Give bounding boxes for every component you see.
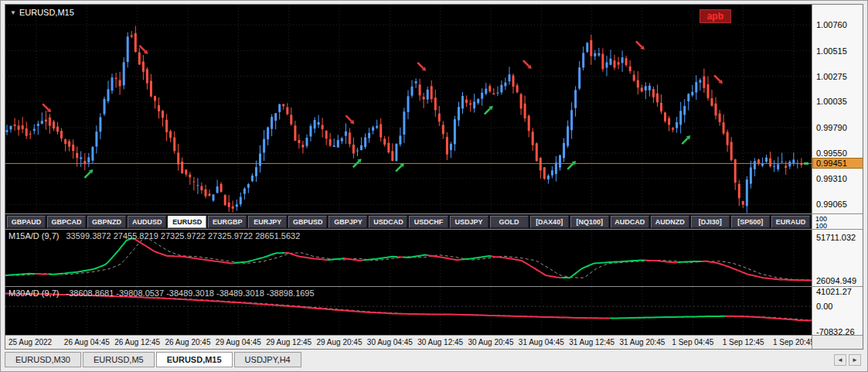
price-tick: 0.99065 [816,200,847,209]
symbol-button[interactable]: USDCHF [409,216,448,228]
indicator1-scale[interactable]: 51711.03226094.949 [812,230,863,286]
time-label: 26 Aug 12:45 [114,338,160,346]
time-label: 1 Sep 12:45 [723,338,764,346]
chart-symbol-label[interactable]: ▼ EURUSD,M15 [10,8,74,17]
price-tick: 0.99790 [816,123,847,132]
time-label: 30 Aug 04:45 [367,338,413,346]
indicator-scale-tick: 0.00 [816,302,832,311]
symbol-button[interactable]: EURUSD [168,216,206,228]
chart-tab[interactable]: EURUSD,M30 [5,352,81,367]
time-label: 31 Aug 04:45 [519,338,564,346]
indicator-scale-tick: 51711.032 [816,233,856,242]
symbol-button[interactable]: EURGBP [208,216,247,228]
price-tick: 1.00275 [816,72,847,81]
main-chart-row: ▼ EURUSD,M15 apb 1.007601.005151.002751.… [5,5,863,213]
price-tick: 1.00515 [816,46,847,56]
symbol-button[interactable]: AUDCAD [611,216,649,228]
symbol-row-scale-value: 100 [815,223,827,229]
tabs-scroll-right-button[interactable]: ► [849,354,861,366]
time-label: 1 Sep 20:45 [773,338,812,346]
symbol-button[interactable]: GBPNZD [87,216,126,228]
time-axis[interactable]: 25 Aug 202226 Aug 04:4526 Aug 12:4526 Au… [5,336,812,349]
symbol-button[interactable]: [SP500] [731,216,770,228]
price-tick: 0.99550 [816,148,847,158]
symbol-button[interactable]: AUDNZD [651,216,689,228]
tab-scroll-controls: ◄ ► [834,354,863,366]
indicator-scale-tick: -70832.26 [816,327,855,335]
symbol-button[interactable]: USDCAD [369,216,407,228]
symbol-button[interactable]: USDJPY [450,216,488,228]
indicator-panel-1: M15A/D (9,7) 33599.3872 27455.8219 27325… [5,229,863,286]
indicator-scale-tick: 41021.27 [816,287,852,296]
indicator1-values: 33599.3872 27455.8219 27325.9722 27325.9… [66,231,300,241]
time-label: 1 Sep 04:45 [672,338,713,346]
time-label: 25 Aug 2022 [9,338,52,346]
indicator2-name: M30A/D (9,7) [9,288,59,298]
symbol-button-row: GBPAUDGBPCADGBPNZDAUDUSDEURUSDEURGBPEURJ… [5,213,863,229]
indicator2-scale[interactable]: 41021.270.00-70832.26 [812,287,863,335]
symbol-button[interactable]: [DAX40] [530,216,569,228]
time-label: 29 Aug 04:45 [216,338,261,346]
chart-tabs: EURUSD,M30EURUSD,M5EURUSD,M15USDJPY,H4 [5,352,303,367]
symbol-button[interactable]: GBPAUD [7,216,46,228]
chart-tab[interactable]: EURUSD,M5 [83,352,155,367]
symbol-button[interactable]: EURJPY [248,216,287,228]
indicator1-name: M15A/D (9,7) [9,231,59,241]
time-label: 31 Aug 20:45 [619,338,665,346]
price-chart-area[interactable]: ▼ EURUSD,M15 apb [5,5,812,213]
time-label: 26 Aug 20:45 [165,338,211,346]
indicator1-label: M15A/D (9,7) 33599.3872 27455.8219 27325… [9,231,300,241]
chart-block: ▼ EURUSD,M15 apb 1.007601.005151.002751.… [5,4,863,350]
price-tick: 1.00035 [816,97,847,106]
indicator-panel-2: M30A/D (9,7) -38608.8681 -39808.0537 -38… [5,286,863,335]
symbol-button[interactable]: GOLD [490,216,529,228]
tabs-scroll-left-button[interactable]: ◄ [834,354,846,366]
symbol-button[interactable]: GBPUSD [288,216,327,228]
symbol-button[interactable]: [NQ100] [570,216,609,228]
indicator2-plot-area[interactable]: M30A/D (9,7) -38608.8681 -39808.0537 -38… [5,287,812,335]
symbol-button[interactable]: [DJI30] [691,216,730,228]
indicator-scale-tick: 26094.949 [816,276,856,285]
indicator2-values: -38608.8681 -39808.0537 -38489.3018 -384… [66,288,314,298]
mt4-terminal-window: ▼ EURUSD,M15 apb 1.007601.005151.002751.… [0,0,868,372]
time-label: 29 Aug 20:45 [316,338,362,346]
indicator1-plot-area[interactable]: M15A/D (9,7) 33599.3872 27455.8219 27325… [5,230,812,286]
current-price-box: 0.99451 [812,158,863,169]
symbol-button[interactable]: AUDUSD [128,216,166,228]
time-label: 30 Aug 20:45 [468,338,513,346]
time-label: 26 Aug 04:45 [64,338,110,346]
price-tick: 0.99310 [816,174,847,183]
time-label: 29 Aug 12:45 [266,338,311,346]
chart-tab[interactable]: EURUSD,M15 [156,352,233,367]
indicator2-label: M30A/D (9,7) -38608.8681 -39808.0537 -38… [9,288,315,298]
apb-indicator-badge: apb [700,9,731,23]
price-tick: 1.00760 [816,20,847,29]
chart-symbol-text: EURUSD,M15 [19,8,74,17]
price-scale[interactable]: 1.007601.005151.002751.000350.997900.995… [812,5,863,213]
symbol-button[interactable]: EURAUD [771,216,810,228]
symbol-row-scale: 100100 [812,214,863,229]
chart-tab[interactable]: USDJPY,H4 [234,352,301,367]
time-axis-row: 25 Aug 202226 Aug 04:4526 Aug 12:4526 Au… [5,335,863,349]
time-axis-corner [812,336,863,349]
time-label: 31 Aug 12:45 [569,338,614,346]
symbol-button[interactable]: GBPCAD [47,216,86,228]
chevron-down-icon[interactable]: ▼ [10,9,16,16]
symbol-button[interactable]: GBPJPY [328,216,367,228]
time-label: 30 Aug 12:45 [417,338,463,346]
candlestick-chart [5,5,812,213]
symbol-button-strip: GBPAUDGBPCADGBPNZDAUDUSDEURUSDEURGBPEURJ… [5,214,812,229]
chart-tab-bar: EURUSD,M30EURUSD,M5EURUSD,M15USDJPY,H4 ◄… [5,350,863,368]
